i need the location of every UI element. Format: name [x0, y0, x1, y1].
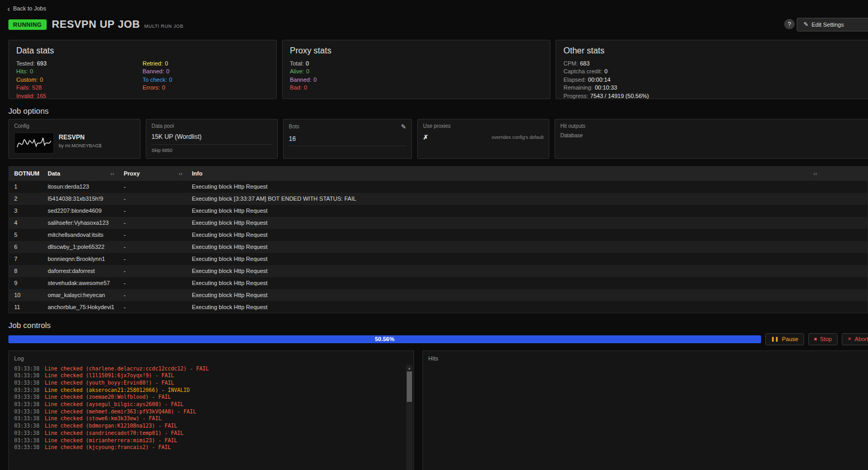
cell-data: mitchellsandoval:itsits	[42, 232, 118, 238]
log-message: Line checked (youth_boyy:Ervin80!) - FAI…	[45, 379, 174, 387]
log-line: 03:33:38 Line checked (mehmet.demir363:p…	[14, 408, 403, 416]
table-row[interactable]: 3 sed2207:blonde4609 - Executing block H…	[9, 205, 867, 217]
table-row[interactable]: 7 bonnieqnn:Brooklynn1 - Executing block…	[9, 253, 867, 265]
cell-data: sed2207:blonde4609	[42, 207, 118, 214]
table-row[interactable]: 5 mitchellsandoval:itsits - Executing bl…	[9, 229, 867, 241]
bots-input[interactable]: 16	[289, 135, 406, 146]
stat-elapsed: Elapsed:00:00:14	[563, 76, 868, 84]
log-timestamp: 03:33:38	[14, 401, 39, 408]
edit-settings-button[interactable]: ✎ Edit Settings	[797, 18, 868, 31]
stat-value: 0	[165, 60, 168, 67]
stat-value: 0	[169, 76, 172, 83]
stat-value: 7543 / 14919 (50.56%)	[590, 93, 649, 99]
stat-to-check: To check:0	[143, 76, 269, 84]
cell-botnum: 7	[9, 256, 42, 262]
job-controls-row: 50.56% ❚❚ Pause ■ Stop ✕ Abort	[8, 333, 868, 345]
col-header-botnum[interactable]: BOTNUM	[9, 170, 42, 177]
bottom-row: Log 03:33:38 Line checked (charlene.dela…	[8, 351, 868, 470]
stat-value: 0	[604, 68, 607, 74]
log-timestamp: 03:33:38	[14, 365, 39, 373]
hit-outputs-card: Hit outputs Database	[555, 119, 868, 159]
stat-value: 0	[304, 84, 307, 91]
sort-icon[interactable]: ‹›	[179, 170, 182, 177]
cell-info: Executing block Http Request	[187, 220, 867, 226]
edit-bots-icon[interactable]: ✎	[401, 123, 406, 130]
log-line: 03:33:38 Line checked (aysegul_bilgic:ay…	[14, 401, 403, 408]
cell-botnum: 5	[9, 232, 42, 238]
log-line: 03:33:38 Line checked (stowe6:km3k33ew) …	[14, 415, 403, 422]
cell-info: Executing block Http Request	[187, 292, 867, 298]
table-row[interactable]: 10 omar_kalayci:heyecan - Executing bloc…	[9, 289, 867, 301]
proxy-stats-card: Proxy stats Total:0 Alive:0 Banned:0 Bad…	[282, 40, 550, 99]
table-row[interactable]: 2 l5414038:31xb315h!9 - Executing block …	[9, 193, 867, 205]
col-header-data[interactable]: Data ‹›	[42, 170, 118, 177]
log-message: Line checked (bdmorgan:K12108na123) - FA…	[45, 422, 177, 430]
stat-value: 00:00:14	[588, 76, 611, 83]
use-proxies-note: overrides config's default	[492, 135, 544, 140]
log-timestamp: 03:33:38	[14, 394, 39, 401]
cell-botnum: 3	[9, 207, 42, 214]
cell-botnum: 4	[9, 220, 42, 226]
cell-botnum: 6	[9, 244, 42, 250]
col-header-info-label: Info	[192, 170, 202, 177]
log-line: 03:33:38 Line checked (sandrinecadot70:t…	[14, 430, 403, 437]
sort-icon[interactable]: ‹›	[813, 170, 817, 177]
scrollbar-thumb[interactable]	[407, 371, 412, 402]
help-icon[interactable]: ?	[784, 19, 795, 29]
back-to-jobs-link[interactable]: ‹ Back to Jobs	[7, 5, 46, 12]
col-header-data-label: Data	[48, 170, 60, 177]
cell-info: Executing block Http Request	[187, 304, 867, 310]
stat-value: 0	[166, 68, 169, 74]
table-row[interactable]: 8 daforrest:daforrest - Executing block …	[9, 265, 867, 277]
stat-label: Captcha credit:	[563, 68, 602, 74]
use-proxies-toggle[interactable]: ✗	[423, 134, 428, 141]
log-message: Line checked (kjcyoung:francais2) - FAIL	[45, 444, 171, 451]
stat-captcha-credit: Captcha credit:0	[563, 68, 868, 76]
progress-label: 50.56%	[375, 336, 394, 342]
other-stats-card: Other stats CPM:683 Captcha credit:0 Ela…	[556, 40, 868, 99]
cell-data: daforrest:daforrest	[42, 268, 118, 274]
log-timestamp: 03:33:38	[14, 422, 39, 430]
stat-label: Retried:	[143, 60, 163, 67]
stat-value: 0	[30, 68, 33, 74]
config-author: by mr.MONEYBAG$	[59, 143, 102, 148]
use-proxies-card: Use proxies ✗ overrides config's default	[417, 119, 549, 159]
table-row[interactable]: 6 dllscwby_1:pole65322 - Executing block…	[9, 241, 867, 253]
log-scrollbar[interactable]: ▲	[406, 365, 413, 470]
stat-value: 683	[580, 60, 590, 67]
stat-proxy-alive: Alive:0	[290, 68, 542, 76]
cell-proxy: -	[118, 268, 187, 274]
data-stats-title: Data stats	[16, 46, 269, 56]
stat-label: Banned:	[290, 76, 311, 83]
pause-icon: ❚❚	[771, 336, 779, 342]
sort-icon[interactable]: ‹›	[111, 170, 114, 177]
page-title: RESVPN UP JOB	[52, 18, 140, 30]
stop-button[interactable]: ■ Stop	[808, 333, 838, 345]
stat-proxy-banned: Banned:0	[290, 76, 542, 84]
cell-botnum: 10	[9, 292, 42, 298]
log-message: Line checked (aysegul_bilgic:ays2608) - …	[45, 401, 183, 408]
cell-proxy: -	[118, 292, 187, 298]
scroll-up-icon[interactable]: ▲	[406, 365, 413, 371]
table-row[interactable]: 4 salihsefer:Vyhasoxa123 - Executing blo…	[9, 217, 867, 229]
table-row[interactable]: 1 itosun:derda123 - Executing block Http…	[9, 181, 867, 193]
col-header-proxy[interactable]: Proxy ‹›	[118, 170, 187, 177]
log-line: 03:33:38 Line checked (mirianherrera:mim…	[14, 437, 403, 444]
table-header: BOTNUM Data ‹› Proxy ‹› Info ‹›	[9, 167, 867, 181]
stat-label: Fails:	[16, 84, 30, 91]
cell-info: Executing block Http Request	[187, 207, 867, 214]
col-header-info[interactable]: Info ‹›	[187, 170, 867, 177]
table-row[interactable]: 9 stevehudak:awesome57 - Executing block…	[9, 277, 867, 289]
log-message: Line checked (mehmet.demir363:pfV3kVQ4A8…	[45, 408, 196, 416]
log-timestamp: 03:33:38	[14, 444, 39, 451]
topbar: ‹ Back to Jobs	[0, 0, 868, 13]
table-row[interactable]: 11 anchorblue_75:Hokydevi1 - Executing b…	[9, 301, 867, 313]
stat-label: Bad:	[290, 84, 302, 91]
data-pool-name: 15K UP (Wordlist)	[151, 133, 272, 145]
abort-button[interactable]: ✕ Abort	[842, 333, 868, 345]
hit-outputs-card-title: Hit outputs	[560, 123, 868, 129]
stat-custom: Custom:0	[16, 76, 143, 84]
pause-button[interactable]: ❚❚ Pause	[765, 333, 804, 345]
cell-data: omar_kalayci:heyecan	[42, 292, 118, 298]
config-name: RESVPN	[59, 134, 102, 141]
